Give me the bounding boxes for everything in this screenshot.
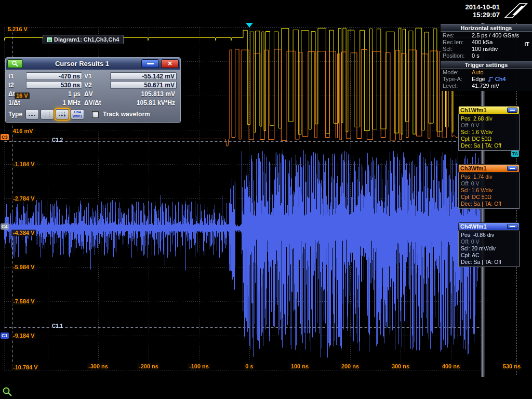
source-channel-text: Ch4 — [74, 110, 81, 114]
badge-header[interactable]: Ch3Wfm1 — [458, 164, 520, 172]
close-icon: ✕ — [167, 61, 172, 66]
source-waveform-text: Wfm1 — [72, 114, 82, 118]
cursor-line-label-upper[interactable]: C1.2 — [51, 137, 64, 143]
result-label: t1 — [8, 73, 24, 80]
trigger-a-marker[interactable]: TA — [511, 151, 519, 157]
setting-value: 100 ns/div — [472, 46, 498, 52]
setting-row: Rec len: 400 kSa — [443, 39, 530, 46]
x-axis-label: -300 ns — [87, 363, 110, 370]
result-label: ΔV/Δt — [84, 99, 108, 107]
crosshair-cursor-icon — [58, 111, 67, 117]
setting-label: Res: — [443, 32, 472, 39]
ch4-ground-marker[interactable]: C4 — [1, 223, 9, 230]
badge-title: Ch1Wfm1 — [460, 107, 487, 113]
setting-label: Mode: — [443, 69, 472, 76]
setting-label: Position: — [443, 52, 472, 59]
track-waveform-label: Track waveform — [103, 111, 150, 118]
close-button[interactable]: ✕ — [161, 59, 179, 68]
badge-title: Ch3Wfm1 — [460, 165, 487, 171]
badge-row: Cpl: AC — [461, 252, 517, 259]
setting-row: Position: 0 s — [443, 52, 530, 59]
ch3-ground-marker[interactable]: C3 — [1, 134, 9, 140]
horizontal-settings-panel[interactable]: Horizontal settings Res: 2.5 ps / 400 GS… — [441, 24, 532, 61]
cursor-line-label-lower[interactable]: C1.1 — [51, 323, 64, 329]
oscilloscope-screen: Diagram1: Ch1,Ch3,Ch4 5.216 V 16 V 416 m… — [0, 0, 532, 399]
result-label: V1 — [84, 73, 108, 80]
badge-body: Pos: 1.74 div Off: 0 V Scl: 1.6 V/div Cp… — [458, 172, 520, 209]
y-axis-label: -9.184 V — [11, 332, 36, 339]
cursor-type-both-button[interactable] — [56, 109, 69, 119]
result-row-t2: t2 530 ns V2 50.671 mV — [8, 81, 178, 89]
trigger-settings-panel[interactable]: Trigger settings Mode: Auto Type-A: Edge… — [441, 61, 532, 91]
result-value-t2: 530 ns — [26, 81, 82, 89]
minimize-button[interactable] — [141, 59, 159, 68]
result-row-t1: t1 -470 ns V1 -55.142 mV — [8, 72, 178, 81]
x-axis-label: -200 ns — [137, 363, 160, 370]
result-label: 1/Δt — [8, 99, 24, 107]
cursor-source-button[interactable]: Ch4 Wfm1 — [71, 109, 84, 119]
minimize-button[interactable] — [507, 108, 517, 113]
setting-value: 400 kSa — [472, 39, 493, 46]
badge-row: Pos: 2.68 div — [461, 115, 517, 122]
signal-badge-ch4wfm1[interactable]: Ch4Wfm1 Pos: -0.86 div Off: 0 V Scl: 20 … — [458, 222, 520, 267]
result-row-inverse-delta-t: 1/Δt 1 MHz ΔV/Δt 105.81 kV*Hz — [8, 98, 178, 107]
setting-label: Scl: — [443, 46, 472, 52]
cursor-marker[interactable]: C1 — [1, 332, 9, 339]
result-label: V2 — [84, 82, 108, 89]
datetime-display: 2014-10-01 15:29:07 — [466, 3, 500, 19]
badge-row: Scl: 20 mV/div — [461, 245, 517, 252]
result-value-v1: -55.142 mV — [110, 72, 177, 80]
y-axis-label: 416 mV — [11, 128, 35, 135]
top-status-bar: 2014-10-01 15:29:07 — [0, 0, 532, 22]
diagram-tab[interactable]: Diagram1: Ch1,Ch3,Ch4 — [43, 35, 124, 44]
panel-body: Mode: Auto Type-A: Edge Ch4 Level: 41.72… — [441, 69, 532, 91]
y-axis-label: -1.184 V — [11, 161, 36, 168]
dialog-titlebar[interactable]: Cursor Results 1 ✕ — [6, 58, 180, 70]
panel-title: Horizontal settings — [441, 24, 532, 32]
badge-row: Dec: Sa | TA: Off — [461, 201, 517, 207]
badge-row: Scl: 1.6 V/div — [461, 129, 517, 136]
trigger-type-row: Type-A: Edge Ch4 — [443, 76, 530, 83]
signal-badge-ch1wfm1[interactable]: Ch1Wfm1 Pos: 2.68 div Off: 0 V Scl: 1.6 … — [458, 106, 520, 151]
date-text: 2014-10-01 — [466, 3, 500, 11]
setting-row: Scl: 100 ns/div — [443, 46, 530, 52]
badge-header[interactable]: Ch1Wfm1 — [458, 106, 520, 114]
panel-body: Res: 2.5 ps / 400 GSa/s Rec len: 400 kSa… — [441, 32, 532, 61]
trigger-mode-row: Mode: Auto — [443, 69, 530, 76]
y-axis-label: -4.384 V — [11, 230, 36, 236]
result-value-frequency: 1 MHz — [26, 99, 82, 107]
diagram-icon — [47, 37, 52, 42]
cursor-type-vertical-button[interactable] — [41, 109, 54, 119]
y-axis-label: -2.784 V — [11, 195, 36, 202]
result-value-delta-v: 105.813 mV — [110, 90, 177, 98]
magnifier-icon — [11, 60, 19, 67]
badge-row: Off: 0 V — [461, 122, 517, 129]
y-axis-label: 16 V — [15, 92, 30, 99]
badge-row: Dec: Sa | TA: Off — [461, 142, 517, 149]
badge-row: Pos: -0.86 div — [461, 232, 517, 238]
x-axis-label: 0 s — [244, 363, 255, 370]
x-axis-label: 100 ns — [289, 363, 310, 370]
badge-header[interactable]: Ch4Wfm1 — [458, 222, 520, 231]
badge-row: Cpl: DC 50Ω — [461, 194, 517, 201]
edge-slope-icon — [487, 76, 494, 82]
y-axis-label: -10.784 V — [11, 364, 39, 371]
result-row-delta-t: Δt 1 μs ΔV 105.813 mV — [8, 89, 178, 98]
zoom-tool-button[interactable] — [2, 387, 12, 399]
cursor-results-dialog: Cursor Results 1 ✕ t1 -470 ns V1 -55.142… — [5, 57, 181, 123]
zoom-button[interactable] — [7, 59, 23, 68]
minimize-button[interactable] — [507, 224, 517, 229]
minimize-button[interactable] — [507, 166, 517, 171]
setting-label: Type-A: — [443, 76, 472, 83]
trigger-position-marker[interactable] — [246, 23, 253, 28]
cursor-type-horizontal-button[interactable] — [25, 109, 39, 119]
vertical-cursor-icon — [43, 111, 52, 117]
track-waveform-checkbox[interactable] — [92, 111, 99, 118]
trigger-source-value: Ch4 — [495, 76, 506, 83]
signal-badge-ch3wfm1[interactable]: Ch3Wfm1 Pos: 1.74 div Off: 0 V Scl: 1.6 … — [458, 164, 520, 209]
y-axis-label: -5.984 V — [11, 264, 36, 271]
badge-body: Pos: -0.86 div Off: 0 V Scl: 20 mV/div C… — [458, 231, 520, 267]
minimize-icon — [510, 110, 515, 111]
diagram-tab-label: Diagram1: Ch1,Ch3,Ch4 — [54, 36, 119, 44]
x-axis-label: -100 ns — [188, 363, 210, 370]
